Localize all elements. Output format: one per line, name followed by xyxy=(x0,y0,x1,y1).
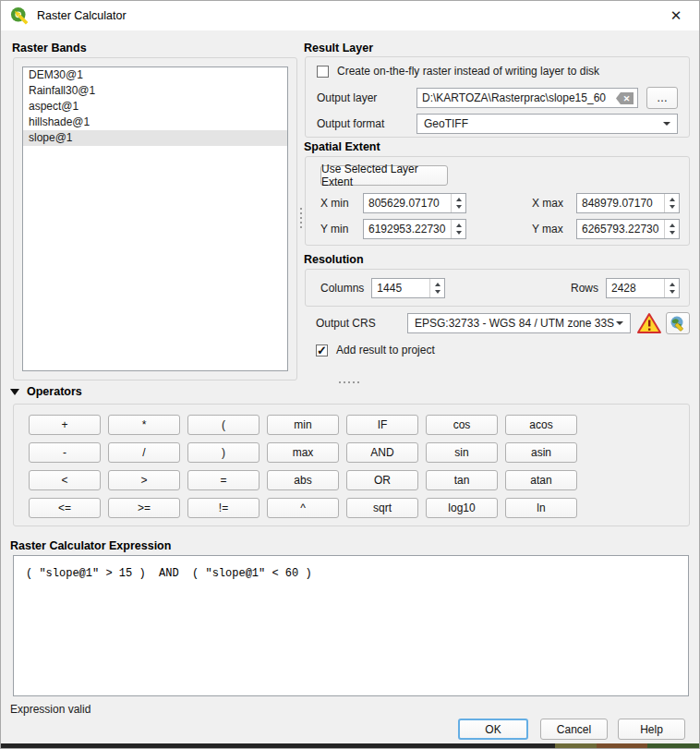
cancel-button[interactable]: Cancel xyxy=(540,719,608,740)
vertical-splitter-handle[interactable] xyxy=(300,208,302,228)
operator-button[interactable]: = xyxy=(187,470,259,490)
collapse-triangle-icon xyxy=(10,389,19,395)
raster-bands-group: DEM30@1 Rainfall30@1 aspect@1 hillshade@… xyxy=(13,57,297,381)
spinner-arrows-icon[interactable] xyxy=(664,220,679,238)
result-layer-group: Create on-the-fly raster instead of writ… xyxy=(305,56,690,138)
columns-spinner[interactable]: 1445 xyxy=(371,278,445,298)
output-layer-label: Output layer xyxy=(317,91,416,104)
resolution-group: Columns 1445 Rows 2428 xyxy=(305,269,690,307)
raster-bands-list[interactable]: DEM30@1 Rainfall30@1 aspect@1 hillshade@… xyxy=(22,66,288,371)
operator-button[interactable]: != xyxy=(187,498,259,518)
help-button[interactable]: Help xyxy=(618,719,685,740)
operators-group: + * ( min IF cos acos - / ) max AND sin … xyxy=(13,404,690,526)
clear-text-icon[interactable]: ✕ xyxy=(616,92,634,104)
ymin-label: Y min xyxy=(320,223,357,236)
ok-button[interactable]: OK xyxy=(458,719,528,740)
operator-button[interactable]: AND xyxy=(346,442,418,463)
desktop-sliver xyxy=(1,743,699,748)
ymin-spinner[interactable]: 6192953.22730 xyxy=(363,219,466,239)
operator-button[interactable]: ( xyxy=(187,415,259,435)
spinner-arrows-icon[interactable] xyxy=(451,194,465,212)
operators-grid: + * ( min IF cos acos - / ) max AND sin … xyxy=(29,415,577,518)
add-result-label: Add result to project xyxy=(336,344,435,356)
rows-label: Rows xyxy=(571,282,598,295)
operator-button[interactable]: > xyxy=(108,470,180,490)
create-on-fly-checkbox[interactable] xyxy=(317,66,329,78)
list-item[interactable]: hillshade@1 xyxy=(23,115,287,130)
operator-button[interactable]: >= xyxy=(108,498,180,518)
close-icon[interactable]: ✕ xyxy=(662,3,690,29)
operator-button[interactable]: tan xyxy=(426,470,498,490)
ymax-label: Y max xyxy=(532,223,571,236)
add-result-checkbox[interactable] xyxy=(316,344,328,356)
operator-button[interactable]: ) xyxy=(187,442,259,463)
xmax-spinner[interactable]: 848979.07170 xyxy=(576,193,680,213)
window-title: Raster Calculator xyxy=(37,9,127,22)
list-item[interactable]: aspect@1 xyxy=(23,99,287,115)
operator-button[interactable]: * xyxy=(108,415,180,435)
raster-bands-heading: Raster Bands xyxy=(12,42,87,54)
operator-button[interactable]: - xyxy=(29,442,101,463)
qgis-logo-icon xyxy=(10,6,29,25)
output-crs-select[interactable]: EPSG:32733 - WGS 84 / UTM zone 33S xyxy=(407,313,631,333)
output-crs-label: Output CRS xyxy=(316,317,407,330)
result-layer-heading: Result Layer xyxy=(304,42,373,54)
operator-button[interactable]: log10 xyxy=(426,498,498,518)
spatial-extent-group: Use Selected Layer Extent X min 805629.0… xyxy=(305,156,690,246)
operator-button[interactable]: min xyxy=(267,415,339,435)
use-selected-layer-extent-button[interactable]: Use Selected Layer Extent xyxy=(320,165,448,186)
operator-button[interactable]: atan xyxy=(505,470,577,490)
resolution-heading: Resolution xyxy=(304,253,364,266)
chevron-down-icon xyxy=(616,321,623,325)
operator-button[interactable]: / xyxy=(108,442,180,463)
operator-button[interactable]: max xyxy=(267,442,339,463)
raster-calculator-dialog: Raster Calculator ✕ Raster Bands DEM30@1… xyxy=(0,0,700,749)
list-item[interactable]: Rainfall30@1 xyxy=(23,83,287,99)
browse-button[interactable]: … xyxy=(646,87,678,109)
horizontal-splitter-handle[interactable] xyxy=(339,381,359,383)
columns-label: Columns xyxy=(320,282,364,295)
output-format-select[interactable]: GeoTIFF xyxy=(416,114,678,134)
warning-icon xyxy=(637,312,661,334)
output-crs-value: EPSG:32733 - WGS 84 / UTM zone 33S xyxy=(415,317,614,330)
operator-button[interactable]: IF xyxy=(346,415,418,435)
spinner-arrows-icon[interactable] xyxy=(664,194,679,212)
output-format-value: GeoTIFF xyxy=(424,117,468,130)
operator-button[interactable]: sqrt xyxy=(346,498,418,518)
operator-button[interactable]: < xyxy=(29,470,101,490)
spinner-arrows-icon[interactable] xyxy=(429,279,444,297)
output-layer-input[interactable]: D:\KARTOZA\Rasterprac\slope15_60 ✕ xyxy=(416,88,638,108)
operator-button[interactable]: acos xyxy=(505,415,577,435)
operator-button[interactable]: abs xyxy=(267,470,339,490)
expression-textarea[interactable]: ( "slope@1" > 15 ) AND ( "slope@1" < 60 … xyxy=(13,555,689,696)
ymax-spinner[interactable]: 6265793.22730 xyxy=(576,219,680,239)
output-layer-value: D:\KARTOZA\Rasterprac\slope15_60 xyxy=(422,91,606,104)
operator-button[interactable]: asin xyxy=(505,442,577,463)
operators-header[interactable]: Operators xyxy=(10,385,82,398)
create-on-fly-label: Create on-the-fly raster instead of writ… xyxy=(337,65,599,78)
expression-heading: Raster Calculator Expression xyxy=(10,539,171,552)
xmin-spinner[interactable]: 805629.07170 xyxy=(363,193,466,213)
spinner-arrows-icon[interactable] xyxy=(664,279,679,297)
rows-spinner[interactable]: 2428 xyxy=(606,278,680,298)
operator-button[interactable]: OR xyxy=(346,470,418,490)
operators-heading: Operators xyxy=(27,385,82,398)
operator-button[interactable]: ^ xyxy=(267,498,339,518)
spinner-arrows-icon[interactable] xyxy=(451,220,465,238)
operator-button[interactable]: cos xyxy=(426,415,498,435)
spatial-extent-heading: Spatial Extent xyxy=(304,140,380,153)
list-item-selected[interactable]: slope@1 xyxy=(23,130,287,146)
list-item[interactable]: DEM30@1 xyxy=(23,67,287,83)
chevron-down-icon xyxy=(663,122,670,126)
output-format-label: Output format xyxy=(317,117,416,130)
select-crs-button[interactable] xyxy=(666,312,690,334)
status-text: Expression valid xyxy=(10,703,91,716)
globe-edit-icon xyxy=(670,315,686,332)
operator-button[interactable]: sin xyxy=(426,442,498,463)
xmax-label: X max xyxy=(532,197,571,210)
operator-button[interactable]: ln xyxy=(505,498,577,518)
operator-button[interactable]: + xyxy=(29,415,101,435)
title-bar: Raster Calculator ✕ xyxy=(1,1,699,30)
xmin-label: X min xyxy=(320,197,357,210)
operator-button[interactable]: <= xyxy=(29,498,101,518)
